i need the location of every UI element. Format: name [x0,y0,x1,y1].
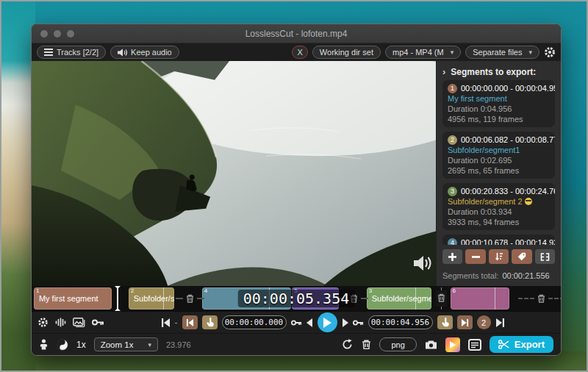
hamburger-icon [44,49,53,56]
jump-cut-start-button[interactable] [182,315,198,329]
volume-overlay[interactable] [412,254,431,276]
close-file-button[interactable]: X [292,46,307,59]
gear-icon [37,317,49,328]
keep-audio-label: Keep audio [131,48,172,57]
triangle-right-icon [342,318,348,327]
merge-mode-value: Separate files [473,48,522,57]
titlebar: LosslessCut - lofoten.mp4 [32,24,561,43]
segment-cut-line [495,287,495,310]
thumbnails-toggle-button[interactable] [73,318,85,327]
skip-to-end-icon [461,319,469,326]
segment-number-badge: 1 [448,84,457,93]
key-icon [291,319,302,326]
rotate-button[interactable] [341,338,354,351]
sunglasses-emoji-icon [525,198,532,205]
playback-rate-label[interactable]: 1x [76,340,86,350]
timeline-segment-number: 6 [453,287,456,294]
cut-end-time-input[interactable] [368,315,433,329]
capture-format-button[interactable]: png [379,337,416,351]
remove-segment-button[interactable] [465,249,485,264]
timeline-segment-1[interactable]: 1 My first segment [34,287,112,310]
play-button[interactable] [318,312,337,332]
timeline-segment-label: Subfolder/segment 2 [372,294,432,303]
segment-duration: Duration 0:03.934 [448,207,550,217]
prev-frame-button[interactable] [306,318,313,327]
segment-card[interactable]: 1 00:00:00.000 - 00:00:04.956 My first s… [442,80,555,127]
media-preview-button[interactable] [445,337,460,352]
metadata-button[interactable] [468,339,481,351]
screenshot-button[interactable] [425,340,437,350]
gap-dashes [176,298,183,299]
sort-icon [495,252,503,261]
timeline-segment-label: Subfolder/segment1 [134,294,175,303]
video-canvas[interactable] [32,61,436,286]
tracks-label: Tracks [2/2] [57,48,98,57]
timeline-segment-2[interactable]: 2 Subfolder/segment1 [129,287,175,310]
current-time-display: 00:00:05.354 [238,290,355,307]
next-frame-button[interactable] [342,318,348,327]
working-dir-label: Working dir set [320,48,373,57]
thumbnails-icon [73,318,85,327]
set-cut-end-button[interactable] [437,315,453,329]
timeline-segment-3[interactable]: 3 Subfolder/segment 2 [367,287,432,310]
jump-cut-end-button[interactable] [457,315,473,329]
clear-segments-button[interactable] [362,339,371,350]
prev-keyframe-button[interactable] [291,319,302,326]
working-dir-button[interactable]: Working dir set [312,46,381,59]
fps-label: 23.976 [166,340,191,349]
camera-icon [425,340,437,350]
timeline[interactable]: 1 My first segment 2 Subfolder/segment1 … [32,286,561,311]
segments-header[interactable]: › Segments to export: [442,66,555,77]
baby-icon [39,339,49,350]
jump-end-button[interactable] [495,318,505,327]
jump-start-button[interactable] [161,318,171,327]
triangle-left-icon [306,318,313,327]
sort-segments-button[interactable] [489,249,509,264]
timeline-zoom-value: Zoom 1x [101,340,134,349]
waveform-icon [55,318,66,327]
segment-duration: Duration 0:04.956 [448,104,550,114]
timeline-segment-number: 3 [369,287,372,294]
playhead[interactable] [117,286,118,311]
timeline-segment-6[interactable]: 6 [451,287,510,310]
main-area: › Segments to export: 1 00:00:00.000 - 0… [32,61,561,286]
minus-icon [472,253,480,261]
segment-counter-button[interactable]: 2 [477,315,491,329]
waveform-toggle-button[interactable] [55,318,66,327]
trash-icon [186,294,194,303]
add-segment-button[interactable] [442,249,462,264]
keyframes-toggle-button[interactable] [92,318,104,326]
segment-actions [442,249,555,264]
export-label: Export [514,339,545,350]
trash-icon [537,294,545,303]
timeline-mode-toggles [37,317,104,328]
gap-dashes [361,298,368,299]
rotate-icon [341,338,354,351]
trash-icon [437,293,445,302]
timeline-settings-button[interactable] [37,317,49,328]
keep-audio-button[interactable]: Keep audio [110,46,179,59]
segment-number-badge: 2 [448,135,457,145]
label-segment-button[interactable] [512,249,531,264]
split-segment-button[interactable] [535,249,555,264]
scissors-icon [498,340,509,349]
segment-card[interactable]: 2 00:00:06.082 - 00:00:08.778 Subfolder/… [442,132,555,179]
set-cut-start-button[interactable] [202,315,218,329]
segment-details: 2695 ms, 65 frames [448,165,550,176]
segment-name: Subfolder/segment1 [448,145,550,155]
segment-card[interactable]: 3 00:00:20.833 - 00:00:24.767 Subfolder/… [442,183,555,230]
export-button[interactable]: Export [490,336,553,353]
tracks-button[interactable]: Tracks [2/2] [37,46,106,59]
merge-mode-select[interactable]: Separate files ▾ [465,46,539,59]
segments-total-value: 00:00:21.556 [502,271,549,280]
theme-toggle-button[interactable] [57,339,68,351]
timeline-zoom-select[interactable]: Zoom 1x ▾ [94,337,158,351]
output-format-select[interactable]: mp4 - MP4 (M ▾ [385,46,461,59]
simple-mode-button[interactable] [39,339,49,350]
next-keyframe-button[interactable] [353,319,364,326]
settings-button[interactable] [544,46,556,58]
capture-format-label: png [391,340,404,349]
cut-start-time-input[interactable] [222,315,287,329]
hand-icon [440,318,449,327]
segment-name: My first segment [448,93,550,104]
